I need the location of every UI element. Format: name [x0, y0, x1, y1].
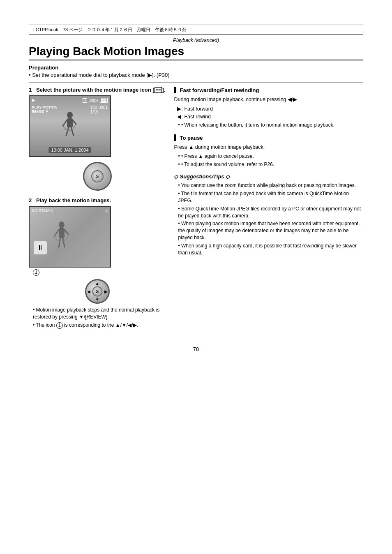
svg-line-20 [54, 230, 59, 236]
svg-line-21 [65, 230, 69, 235]
two-col-layout: 1 Select the picture with the motion ima… [29, 87, 363, 334]
fast-fwd-section: Fast forwarding/Fast rewinding During mo… [174, 87, 363, 129]
suggestions-title: Suggestions/Tips [174, 173, 363, 180]
svg-line-16 [66, 127, 69, 136]
dial-1: S [83, 162, 112, 191]
suggestion-4: When playing back motion images that hav… [178, 220, 363, 241]
dial-2-label: S [96, 289, 99, 294]
prep-title: Preparation [29, 65, 363, 71]
step-1-text: Select the picture with the motion image… [36, 87, 165, 93]
preparation-section: Preparation • Set the operational mode d… [29, 65, 363, 78]
step2-note-2: The icon 1 is corresponding to the ▲/▼/◀… [33, 322, 166, 329]
page-container: LCTPP.book 78 ページ ２００４年１月２６日 月曜日 午後６時５０分… [0, 0, 392, 554]
svg-line-15 [73, 120, 76, 124]
fast-fwd-title: Fast forwarding/Fast rewinding [180, 87, 259, 93]
suggestion-5: When using a high capacity card, it is p… [178, 242, 363, 256]
pause-title: To pause [180, 135, 203, 141]
top-right-icons: N 30fps ▓▓ [83, 98, 108, 103]
dial-1-container: S [29, 160, 166, 192]
fast-fwd-body: During motion image playback, continue p… [174, 96, 363, 104]
suggestion-2: The file format that can be played back … [178, 190, 363, 204]
step-1-number: 1 [29, 87, 32, 93]
fast-fwd-fwd: ▶: Fast forward [177, 105, 363, 113]
page-number: 78 [29, 346, 363, 352]
step-2: 2 Play back the motion images. 10S REMAI… [29, 197, 166, 329]
circle-1-label: 1 [33, 269, 166, 276]
section-bar-1 [174, 87, 176, 93]
suggestion-3: Some QuickTime Motion JPEG files recorde… [178, 205, 363, 219]
step-2-number: 2 [29, 197, 32, 203]
section-divider [29, 82, 363, 83]
pause-body: Press ▲ during motion image playback. [174, 143, 363, 151]
figure-svg-2 [51, 222, 72, 259]
pause-section: To pause Press ▲ during motion image pla… [174, 134, 363, 168]
page-subtitle: Playback (advanced) [29, 37, 363, 43]
remain-bar: 10S REMAIN /// [31, 208, 108, 212]
dial-right-arrow: ▶ [104, 289, 108, 294]
fast-fwd-rew: ◀: Fast rewind [177, 113, 363, 121]
dial-label: S [96, 174, 99, 179]
camera-counter: 100-00011/19 [90, 105, 108, 114]
playback-icon: ▶ [148, 72, 152, 78]
camera-screen-1: ▶ N 30fps ▓▓ PLAY MOTIONIMAGE ▼ 100-0001… [29, 95, 111, 157]
prep-text: • Set the operational mode dial to playb… [29, 72, 363, 78]
dial-left-arrow: ◀ [87, 289, 90, 294]
header-strip: LCTPP.book 78 ページ ２００４年１月２６日 月曜日 午後６時５０分 [29, 25, 363, 35]
camera-date: 10:00 JAN. 1.2004 [48, 147, 91, 153]
right-column: Fast forwarding/Fast rewinding During mo… [174, 87, 363, 334]
step2-note-1: Motion image playback stops and the norm… [33, 307, 166, 321]
main-title: Playing Back Motion Images [29, 45, 363, 60]
left-column: 1 Select the picture with the motion ima… [29, 87, 166, 334]
camera-screen-top-bar: ▶ N 30fps ▓▓ [30, 98, 110, 103]
dial-2: S ▲ ▼ ◀ ▶ [85, 279, 110, 304]
pause-title-block: To pause [174, 134, 363, 141]
dial-2-inner: S [92, 286, 102, 297]
play-icon-overlay: ⏸ [34, 241, 47, 254]
play-indicator: ▶ [32, 98, 35, 103]
step-1: 1 Select the picture with the motion ima… [29, 87, 166, 192]
dial-up-arrow: ▲ [95, 281, 99, 286]
svg-point-12 [67, 112, 73, 118]
step-2-text: Play back the motion images. [36, 197, 111, 203]
fast-fwd-note: • When releasing the button, it turns to… [178, 122, 363, 129]
svg-point-18 [59, 222, 65, 228]
svg-line-22 [59, 238, 60, 247]
dial-2-container: S ▲ ▼ ◀ ▶ [29, 277, 166, 305]
battery-status: /// [105, 208, 108, 212]
suggestion-1: You cannot use the zoom function while p… [178, 182, 363, 189]
header-text: LCTPP.book 78 ページ ２００４年１月２６日 月曜日 午後６時５０分 [33, 27, 187, 33]
inline-circle-1: 1 [56, 322, 63, 329]
dial-down-arrow: ▼ [95, 297, 99, 302]
circle-num-1: 1 [33, 269, 39, 276]
dial-1-inner: S [91, 170, 104, 182]
pause-note-1: • Press ▲ again to cancel pause. [178, 153, 363, 160]
svg-line-23 [63, 238, 65, 247]
fps-label: 30fps [88, 98, 98, 103]
section-bar-2 [174, 134, 176, 141]
camera-screen-2: 10S REMAIN /// ⏸ [29, 206, 111, 268]
battery-icon: ▓▓ [100, 98, 108, 103]
remain-text: 10S REMAIN [31, 208, 53, 212]
figure-svg [60, 112, 80, 145]
pause-note-2: • To adjust the sound volume, refer to P… [178, 161, 363, 168]
svg-rect-19 [59, 228, 65, 238]
suggestions-section: Suggestions/Tips You cannot use the zoom… [174, 173, 363, 256]
step-1-header: 1 Select the picture with the motion ima… [29, 87, 166, 93]
svg-rect-13 [67, 118, 73, 127]
memory-icon: N [83, 98, 88, 103]
step-2-header: 2 Play back the motion images. [29, 197, 166, 203]
svg-line-14 [63, 120, 67, 126]
fast-fwd-title-block: Fast forwarding/Fast rewinding [174, 87, 363, 93]
camera-label: PLAY MOTIONIMAGE ▼ [32, 105, 58, 113]
